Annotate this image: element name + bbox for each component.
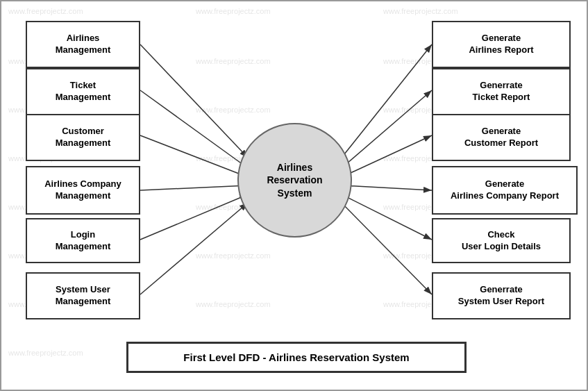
svg-line-2: [140, 44, 248, 158]
airlines-management-box: AirlinesManagement: [26, 21, 140, 68]
watermark-22: www.freeprojectz.com: [8, 349, 83, 357]
ticket-management-box: TicketManagement: [26, 68, 140, 115]
generate-system-user-report-box: GenerrateSystem User Report: [432, 272, 571, 319]
check-user-login-box: CheckUser Login Details: [432, 218, 571, 263]
watermark-17: www.freeprojectz.com: [196, 251, 271, 260]
svg-line-10: [342, 135, 432, 177]
diagram-container: www.freeprojectz.com www.freeprojectz.co…: [0, 0, 588, 391]
watermark-20: www.freeprojectz.com: [196, 300, 271, 308]
watermark-1: www.freeprojectz.com: [8, 7, 83, 15]
watermark-8: www.freeprojectz.com: [196, 106, 271, 114]
svg-line-4: [140, 135, 248, 177]
generate-customer-report-box: GenerateCustomer Report: [432, 114, 571, 161]
svg-line-9: [342, 90, 432, 168]
svg-line-7: [140, 203, 248, 294]
svg-line-6: [140, 194, 248, 240]
generate-airlines-report-box: GenerateAirlines Report: [432, 21, 571, 68]
svg-line-11: [342, 185, 432, 190]
svg-line-5: [140, 185, 248, 190]
watermark-5: www.freeprojectz.com: [196, 57, 271, 65]
generate-airlines-company-report-box: GenerateAirlines Company Report: [432, 166, 578, 215]
title-box: First Level DFD - Airlines Reservation S…: [126, 342, 467, 373]
customer-management-box: CustomerManagement: [26, 114, 140, 161]
svg-line-12: [342, 194, 432, 240]
svg-line-3: [140, 90, 248, 168]
system-user-management-box: System UserManagement: [26, 272, 140, 319]
watermark-3: www.freeprojectz.com: [383, 7, 458, 15]
airlines-company-management-box: Airlines CompanyManagement: [26, 166, 140, 215]
center-circle: AirlinesReservationSystem: [237, 123, 352, 238]
generate-ticket-report-box: GenerrateTicket Report: [432, 68, 571, 115]
svg-line-8: [342, 44, 432, 158]
watermark-2: www.freeprojectz.com: [196, 7, 271, 15]
login-management-box: LoginManagement: [26, 218, 140, 263]
svg-line-13: [342, 203, 432, 294]
